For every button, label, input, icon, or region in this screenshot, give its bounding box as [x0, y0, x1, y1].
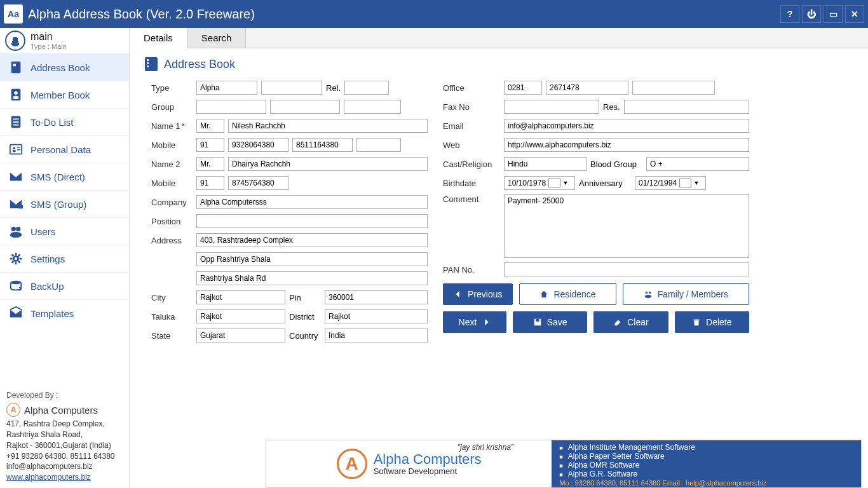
comment-input[interactable]: Payment- 25000 [504, 194, 749, 258]
svg-rect-6 [13, 119, 18, 120]
type2-input[interactable] [261, 81, 322, 95]
district-input[interactable] [325, 309, 428, 323]
email-input[interactable] [504, 119, 749, 133]
country-input[interactable] [325, 329, 428, 342]
office-c-input[interactable] [632, 81, 715, 95]
mobile2-cc-input[interactable] [196, 176, 224, 190]
tabs: Details Search [130, 28, 868, 48]
sidebar-item-label: Templates [31, 308, 74, 319]
developed-by-label: Developed By : [6, 390, 123, 401]
mobile1a-input[interactable] [228, 138, 288, 152]
tab-search[interactable]: Search [187, 28, 247, 48]
address-label: Address [151, 236, 193, 245]
page-title: Address Book [164, 58, 235, 71]
sidebar-item-member-book[interactable]: Member Book [0, 81, 129, 108]
svg-rect-12 [17, 147, 21, 147]
main-area: Details Search Address Book Type Rel. Gr… [130, 28, 868, 488]
company-addr2: Rashtriya Shala Road, [6, 430, 123, 440]
res-input[interactable] [624, 100, 749, 114]
cast-input[interactable] [504, 157, 587, 171]
clear-button[interactable]: Clear [593, 311, 668, 333]
rel-input[interactable] [344, 81, 389, 95]
pan-input[interactable] [504, 262, 749, 276]
svg-point-15 [11, 227, 16, 231]
sidebar-item-todo[interactable]: To-Do List [0, 108, 129, 135]
sidebar-item-backup[interactable]: BackUp [0, 272, 129, 299]
sidebar-item-sms-group[interactable]: SMS (Group) [0, 190, 129, 217]
pin-input[interactable] [325, 290, 428, 304]
group-label: Group [151, 102, 193, 112]
mobile1-cc-input[interactable] [196, 138, 224, 152]
svg-point-16 [16, 227, 20, 231]
banner-left: "jay shri krishna" A Alpha Computers Sof… [266, 440, 552, 487]
family-button[interactable]: Family / Members [623, 283, 749, 305]
group3-input[interactable] [344, 100, 401, 114]
company-label: Company [151, 198, 193, 207]
sidebar-item-label: Users [31, 226, 55, 237]
state-input[interactable] [196, 329, 285, 342]
company-input[interactable] [196, 195, 428, 209]
sidebar-item-label: SMS (Direct) [31, 172, 85, 182]
close-button[interactable]: ✕ [845, 5, 864, 23]
save-button[interactable]: Save [513, 311, 587, 333]
type-input[interactable] [196, 81, 257, 95]
mobile2a-input[interactable] [228, 176, 288, 190]
name2-input[interactable] [228, 157, 428, 171]
group2-input[interactable] [270, 100, 340, 114]
anniversary-input[interactable]: 01/12/1994▼ [635, 176, 706, 190]
user-block: main Type : Main [0, 28, 129, 53]
mobile1b-input[interactable] [292, 138, 353, 152]
mobile2-label: Mobile [151, 179, 193, 188]
position-input[interactable] [196, 214, 428, 228]
addr2-input[interactable] [196, 252, 428, 266]
svg-rect-1 [13, 64, 16, 67]
city-input[interactable] [196, 290, 285, 304]
addr1-input[interactable] [196, 233, 428, 247]
sidebar-item-sms-direct[interactable]: SMS (Direct) [0, 163, 129, 190]
district-label: District [289, 312, 321, 322]
sidebar-item-templates[interactable]: Templates [0, 299, 129, 327]
sidebar-item-users[interactable]: Users [0, 217, 129, 245]
mobile1c-input[interactable] [356, 138, 401, 152]
company-web-link[interactable]: www.alphacomputers.biz [6, 472, 123, 483]
group1-input[interactable] [196, 100, 266, 114]
sidebar-item-address-book[interactable]: Address Book [0, 53, 129, 81]
sidebar: main Type : Main Address Book Member Boo… [0, 28, 130, 488]
sidebar-item-label: SMS (Group) [31, 199, 86, 210]
help-button[interactable]: ? [780, 5, 799, 23]
delete-button[interactable]: Delete [675, 311, 749, 333]
sidebar-item-settings[interactable]: Settings [0, 245, 129, 272]
fax-input[interactable] [504, 100, 599, 114]
svg-point-18 [13, 256, 18, 261]
name2-label: Name 2 [151, 159, 193, 169]
taluka-input[interactable] [196, 309, 285, 323]
name2-title-input[interactable] [196, 157, 224, 171]
name1-title-input[interactable] [196, 119, 224, 133]
svg-point-4 [13, 96, 18, 100]
sidebar-item-personal-data[interactable]: Personal Data [0, 135, 129, 163]
company-logo-icon: A [6, 403, 20, 417]
previous-button[interactable]: Previous [443, 283, 513, 305]
email-label: Email [443, 121, 500, 131]
company-phone: +91 93280 64380, 85111 64380 [6, 451, 123, 462]
svg-point-10 [13, 147, 15, 149]
web-input[interactable] [504, 138, 749, 152]
sidebar-item-label: Settings [31, 254, 65, 264]
office-b-input[interactable] [546, 81, 628, 95]
banner-subtitle: Software Development [374, 466, 482, 476]
svg-rect-25 [695, 320, 699, 325]
blood-input[interactable] [646, 157, 749, 171]
residence-button[interactable]: Residence [519, 283, 616, 305]
svg-rect-26 [694, 320, 700, 321]
maximize-button[interactable]: ▭ [824, 5, 843, 23]
todo-icon [8, 115, 24, 129]
sidebar-nav: Address Book Member Book To-Do List Pers… [0, 53, 129, 327]
birthdate-input[interactable]: 10/10/1978▼ [504, 176, 575, 190]
backup-icon [8, 279, 24, 293]
addr3-input[interactable] [196, 271, 428, 285]
office-a-input[interactable] [504, 81, 542, 95]
next-button[interactable]: Next [443, 311, 506, 333]
name1-input[interactable] [228, 119, 428, 133]
tab-details[interactable]: Details [130, 28, 187, 48]
power-button[interactable]: ⏻ [802, 5, 821, 23]
